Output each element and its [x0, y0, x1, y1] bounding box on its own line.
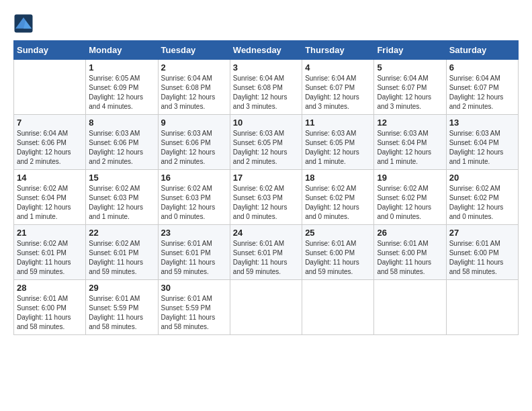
day-detail: Sunrise: 6:03 AM Sunset: 6:04 PM Dayligh… [377, 129, 443, 167]
day-detail: Sunrise: 6:01 AM Sunset: 5:59 PM Dayligh… [89, 294, 154, 332]
calendar-cell: 2Sunrise: 6:04 AM Sunset: 6:08 PM Daylig… [158, 60, 230, 115]
day-detail: Sunrise: 6:04 AM Sunset: 6:08 PM Dayligh… [161, 74, 227, 111]
day-detail: Sunrise: 6:03 AM Sunset: 6:06 PM Dayligh… [89, 129, 154, 167]
calendar-cell: 18Sunrise: 6:02 AM Sunset: 6:02 PM Dayli… [302, 170, 374, 225]
day-header-sunday: Sunday [14, 41, 86, 60]
day-header-thursday: Thursday [302, 41, 374, 60]
day-number: 3 [233, 62, 299, 73]
calendar-cell [374, 280, 446, 335]
day-detail: Sunrise: 6:04 AM Sunset: 6:07 PM Dayligh… [377, 74, 443, 111]
week-row-4: 21Sunrise: 6:02 AM Sunset: 6:01 PM Dayli… [14, 225, 519, 280]
day-number: 14 [17, 173, 83, 183]
day-number: 28 [17, 283, 83, 293]
day-detail: Sunrise: 6:02 AM Sunset: 6:03 PM Dayligh… [161, 184, 227, 222]
day-detail: Sunrise: 6:03 AM Sunset: 6:05 PM Dayligh… [233, 129, 299, 167]
calendar-cell: 14Sunrise: 6:02 AM Sunset: 6:04 PM Dayli… [14, 170, 86, 225]
calendar-cell: 10Sunrise: 6:03 AM Sunset: 6:05 PM Dayli… [230, 115, 302, 170]
day-number: 23 [161, 228, 227, 238]
week-row-5: 28Sunrise: 6:01 AM Sunset: 6:00 PM Dayli… [14, 280, 519, 335]
week-row-3: 14Sunrise: 6:02 AM Sunset: 6:04 PM Dayli… [14, 170, 519, 225]
day-number: 20 [449, 173, 515, 183]
day-detail: Sunrise: 6:02 AM Sunset: 6:04 PM Dayligh… [17, 184, 83, 222]
calendar-cell: 12Sunrise: 6:03 AM Sunset: 6:04 PM Dayli… [374, 115, 446, 170]
calendar-header-row: SundayMondayTuesdayWednesdayThursdayFrid… [14, 41, 519, 60]
day-number: 6 [449, 62, 515, 73]
calendar-cell [446, 280, 518, 335]
day-detail: Sunrise: 6:01 AM Sunset: 5:59 PM Dayligh… [161, 294, 227, 332]
day-number: 12 [377, 118, 443, 128]
day-number: 5 [377, 62, 443, 73]
calendar-cell [230, 280, 302, 335]
day-detail: Sunrise: 6:01 AM Sunset: 6:00 PM Dayligh… [449, 239, 515, 277]
day-detail: Sunrise: 6:04 AM Sunset: 6:06 PM Dayligh… [17, 129, 83, 167]
day-detail: Sunrise: 6:03 AM Sunset: 6:04 PM Dayligh… [449, 129, 515, 167]
calendar-cell: 7Sunrise: 6:04 AM Sunset: 6:06 PM Daylig… [14, 115, 86, 170]
calendar-cell: 13Sunrise: 6:03 AM Sunset: 6:04 PM Dayli… [446, 115, 518, 170]
week-row-1: 1Sunrise: 6:05 AM Sunset: 6:09 PM Daylig… [14, 60, 519, 115]
day-header-tuesday: Tuesday [158, 41, 230, 60]
day-header-friday: Friday [374, 41, 446, 60]
day-detail: Sunrise: 6:04 AM Sunset: 6:07 PM Dayligh… [449, 74, 515, 111]
calendar-cell: 29Sunrise: 6:01 AM Sunset: 5:59 PM Dayli… [86, 280, 158, 335]
week-row-2: 7Sunrise: 6:04 AM Sunset: 6:06 PM Daylig… [14, 115, 519, 170]
calendar-cell: 16Sunrise: 6:02 AM Sunset: 6:03 PM Dayli… [158, 170, 230, 225]
day-detail: Sunrise: 6:03 AM Sunset: 6:06 PM Dayligh… [161, 129, 227, 167]
day-number: 13 [449, 118, 515, 128]
day-number: 4 [305, 62, 371, 73]
day-header-saturday: Saturday [446, 41, 518, 60]
day-detail: Sunrise: 6:02 AM Sunset: 6:02 PM Dayligh… [305, 184, 371, 222]
day-detail: Sunrise: 6:02 AM Sunset: 6:03 PM Dayligh… [89, 184, 154, 222]
calendar-cell: 24Sunrise: 6:01 AM Sunset: 6:01 PM Dayli… [230, 225, 302, 280]
calendar-cell: 19Sunrise: 6:02 AM Sunset: 6:02 PM Dayli… [374, 170, 446, 225]
logo [13, 13, 36, 34]
day-number: 15 [89, 173, 154, 183]
day-detail: Sunrise: 6:05 AM Sunset: 6:09 PM Dayligh… [89, 74, 154, 111]
day-number: 25 [305, 228, 371, 238]
day-detail: Sunrise: 6:02 AM Sunset: 6:02 PM Dayligh… [449, 184, 515, 222]
day-detail: Sunrise: 6:02 AM Sunset: 6:03 PM Dayligh… [233, 184, 299, 222]
day-detail: Sunrise: 6:01 AM Sunset: 6:00 PM Dayligh… [17, 294, 83, 332]
calendar-cell: 8Sunrise: 6:03 AM Sunset: 6:06 PM Daylig… [86, 115, 158, 170]
day-detail: Sunrise: 6:02 AM Sunset: 6:01 PM Dayligh… [89, 239, 154, 277]
day-detail: Sunrise: 6:01 AM Sunset: 6:01 PM Dayligh… [161, 239, 227, 277]
calendar-cell: 6Sunrise: 6:04 AM Sunset: 6:07 PM Daylig… [446, 60, 518, 115]
day-detail: Sunrise: 6:03 AM Sunset: 6:05 PM Dayligh… [305, 129, 371, 167]
day-number: 11 [305, 118, 371, 128]
day-header-monday: Monday [86, 41, 158, 60]
day-number: 9 [161, 118, 227, 128]
day-detail: Sunrise: 6:01 AM Sunset: 6:01 PM Dayligh… [233, 239, 299, 277]
day-number: 16 [161, 173, 227, 183]
calendar-cell: 26Sunrise: 6:01 AM Sunset: 6:00 PM Dayli… [374, 225, 446, 280]
calendar-cell: 25Sunrise: 6:01 AM Sunset: 6:00 PM Dayli… [302, 225, 374, 280]
calendar-cell: 22Sunrise: 6:02 AM Sunset: 6:01 PM Dayli… [86, 225, 158, 280]
calendar-cell: 11Sunrise: 6:03 AM Sunset: 6:05 PM Dayli… [302, 115, 374, 170]
calendar-cell: 27Sunrise: 6:01 AM Sunset: 6:00 PM Dayli… [446, 225, 518, 280]
day-number: 10 [233, 118, 299, 128]
day-number: 30 [161, 283, 227, 293]
calendar-cell: 4Sunrise: 6:04 AM Sunset: 6:07 PM Daylig… [302, 60, 374, 115]
day-number: 24 [233, 228, 299, 238]
day-number: 19 [377, 173, 443, 183]
page-header [13, 13, 519, 34]
day-header-wednesday: Wednesday [230, 41, 302, 60]
calendar-table: SundayMondayTuesdayWednesdayThursdayFrid… [13, 40, 519, 335]
calendar-cell: 21Sunrise: 6:02 AM Sunset: 6:01 PM Dayli… [14, 225, 86, 280]
calendar-cell: 3Sunrise: 6:04 AM Sunset: 6:08 PM Daylig… [230, 60, 302, 115]
day-detail: Sunrise: 6:04 AM Sunset: 6:08 PM Dayligh… [233, 74, 299, 111]
day-number: 26 [377, 228, 443, 238]
calendar-cell: 9Sunrise: 6:03 AM Sunset: 6:06 PM Daylig… [158, 115, 230, 170]
logo-icon [13, 13, 34, 34]
day-detail: Sunrise: 6:02 AM Sunset: 6:01 PM Dayligh… [17, 239, 83, 277]
day-detail: Sunrise: 6:02 AM Sunset: 6:02 PM Dayligh… [377, 184, 443, 222]
day-number: 8 [89, 118, 154, 128]
calendar-cell: 17Sunrise: 6:02 AM Sunset: 6:03 PM Dayli… [230, 170, 302, 225]
calendar-cell: 23Sunrise: 6:01 AM Sunset: 6:01 PM Dayli… [158, 225, 230, 280]
day-number: 18 [305, 173, 371, 183]
day-number: 17 [233, 173, 299, 183]
day-detail: Sunrise: 6:01 AM Sunset: 6:00 PM Dayligh… [377, 239, 443, 277]
calendar-cell [14, 60, 86, 115]
day-number: 22 [89, 228, 154, 238]
calendar-cell: 15Sunrise: 6:02 AM Sunset: 6:03 PM Dayli… [86, 170, 158, 225]
day-detail: Sunrise: 6:01 AM Sunset: 6:00 PM Dayligh… [305, 239, 371, 277]
calendar-cell: 30Sunrise: 6:01 AM Sunset: 5:59 PM Dayli… [158, 280, 230, 335]
